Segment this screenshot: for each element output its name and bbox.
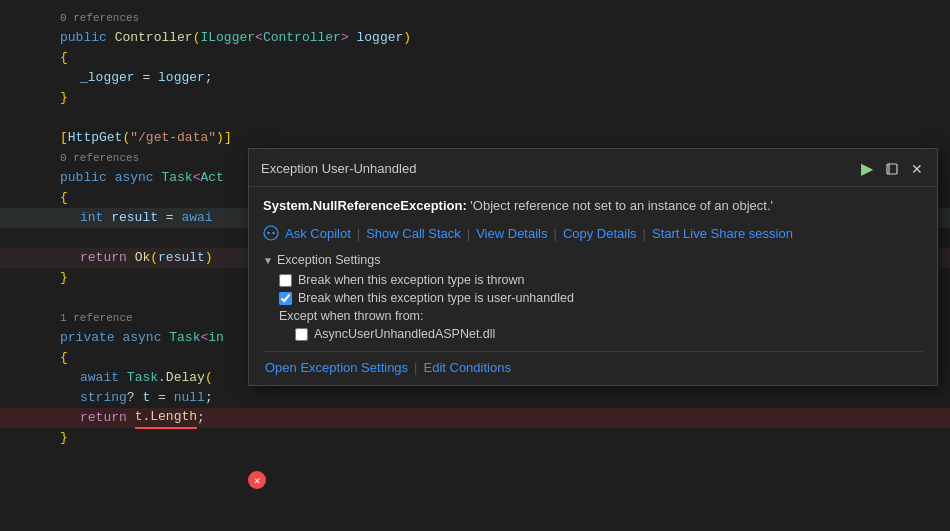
checkbox-row-aspnet[interactable]: AsyncUserUnhandledASPNet.dll [295, 327, 923, 341]
code-line: } [0, 428, 950, 448]
code-line: _logger = logger; [0, 68, 950, 88]
copy-details-link[interactable]: Copy Details [561, 226, 639, 241]
break-thrown-label: Break when this exception type is thrown [298, 273, 525, 287]
exception-popup: Exception User-Unhandled ▶ ✕ System.Null… [248, 148, 938, 386]
checkbox-row-unhandled[interactable]: Break when this exception type is user-u… [279, 291, 923, 305]
exception-type: System.NullReferenceException: [263, 198, 467, 213]
popup-title: Exception User-Unhandled [261, 161, 416, 176]
exception-message: System.NullReferenceException: 'Object r… [263, 197, 923, 215]
settings-title: ▼ Exception Settings [263, 253, 923, 267]
open-exception-settings-link[interactable]: Open Exception Settings [263, 360, 410, 375]
settings-title-text: Exception Settings [277, 253, 381, 267]
code-line: [HttpGet("/get-data")] [0, 128, 950, 148]
close-button[interactable]: ✕ [907, 159, 927, 179]
aspnet-checkbox[interactable] [295, 328, 308, 341]
exception-detail: 'Object reference not set to an instance… [470, 198, 773, 213]
blank-line [0, 108, 950, 128]
start-live-share-link[interactable]: Start Live Share session [650, 226, 795, 241]
code-line-error: return t.Length; [0, 408, 950, 428]
error-badge: ✕ [248, 471, 266, 489]
show-call-stack-link[interactable]: Show Call Stack [364, 226, 463, 241]
break-thrown-checkbox[interactable] [279, 274, 292, 287]
popup-titlebar: Exception User-Unhandled ▶ ✕ [249, 149, 937, 187]
code-line: string? t = null; [0, 388, 950, 408]
svg-point-4 [272, 232, 274, 234]
svg-point-2 [264, 226, 278, 240]
bottom-links: Open Exception Settings | Edit Condition… [263, 351, 923, 375]
edit-conditions-link[interactable]: Edit Conditions [421, 360, 512, 375]
code-line: { [0, 48, 950, 68]
action-links: Ask Copilot | Show Call Stack | View Det… [263, 225, 923, 241]
code-line: } [0, 88, 950, 108]
except-when-label: Except when thrown from: [279, 309, 923, 323]
ask-copilot-link[interactable]: Ask Copilot [283, 226, 353, 241]
exception-settings: ▼ Exception Settings Break when this exc… [263, 253, 923, 341]
continue-button[interactable]: ▶ [857, 157, 877, 180]
code-line: public Controller(ILogger<Controller> lo… [0, 28, 950, 48]
svg-point-3 [267, 232, 269, 234]
popup-controls: ▶ ✕ [857, 157, 927, 180]
break-unhandled-checkbox[interactable] [279, 292, 292, 305]
copilot-icon [263, 225, 279, 241]
checkbox-row-thrown[interactable]: Break when this exception type is thrown [279, 273, 923, 287]
break-unhandled-label: Break when this exception type is user-u… [298, 291, 574, 305]
view-details-link[interactable]: View Details [474, 226, 549, 241]
ref-text: 0 references [60, 8, 139, 28]
pin-button[interactable] [881, 160, 903, 178]
aspnet-label: AsyncUserUnhandledASPNet.dll [314, 327, 495, 341]
collapse-icon: ▼ [263, 255, 273, 266]
code-line: 0 references [0, 8, 950, 28]
popup-body: System.NullReferenceException: 'Object r… [249, 187, 937, 385]
